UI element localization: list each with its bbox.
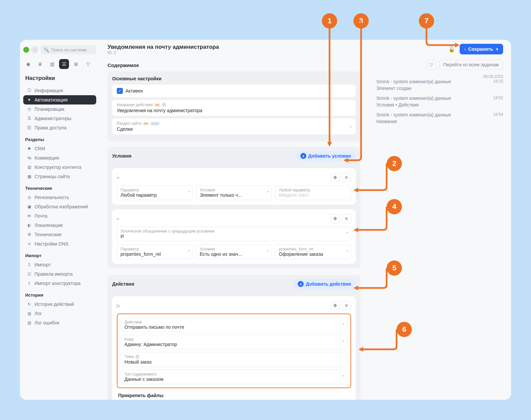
- sidebar-item[interactable]: ▤Лог: [23, 309, 96, 318]
- to-select[interactable]: Кому Админу: Администратор ▾: [121, 335, 347, 349]
- log-entry: Smink - system изменил(а) данные18:52Усл…: [376, 96, 503, 107]
- close-icon[interactable]: ✕: [342, 301, 351, 310]
- sidebar-item[interactable]: ☑Правила импорта: [23, 269, 96, 279]
- condition-select[interactable]: Условие Элемент только ч... ▾: [196, 185, 272, 200]
- sidebar-item[interactable]: ▤Лог ошибок: [23, 318, 96, 327]
- svg-marker-3: [353, 188, 358, 192]
- sidebar-item[interactable]: 🛍Коммерция: [23, 153, 96, 163]
- sidebar-item[interactable]: ⇩Импорт конструктора: [23, 279, 96, 288]
- logic-select[interactable]: Логическое объединение с предыдущим усло…: [117, 227, 351, 241]
- svg-marker-4: [353, 228, 358, 232]
- plus-icon: +: [496, 46, 498, 52]
- sidebar-item[interactable]: ☰Администраторы: [23, 114, 96, 123]
- move-icon[interactable]: ✥: [331, 214, 340, 223]
- step-icon: ⌐: [117, 175, 119, 180]
- go-tasks-button[interactable]: Перейти ко всем задачам: [439, 60, 503, 70]
- sidebar-item[interactable]: ✱CRM: [23, 144, 96, 153]
- log-entry: 08.09.2023Smink - system изменил(а) данн…: [376, 74, 503, 91]
- add-action-button[interactable]: + Добавить действие: [293, 279, 356, 289]
- sidebar-item[interactable]: ▣Обработка изображений: [23, 202, 96, 211]
- param-select[interactable]: Параметр Любой параметр ▾: [117, 185, 193, 200]
- nav-icon-5[interactable]: ⊞: [71, 59, 81, 69]
- sidebar-item[interactable]: ≡Настройки DNS: [23, 239, 96, 248]
- any-param-input[interactable]: Любой параметр: [275, 185, 351, 200]
- close-icon[interactable]: ✕: [342, 214, 351, 223]
- nav-icon-2[interactable]: 🖥: [35, 59, 45, 69]
- name-field[interactable]: Название действия ••• ? Уведомления на п…: [112, 100, 356, 116]
- callout-1: 1: [322, 13, 337, 29]
- sidebar-item[interactable]: ↧Импорт: [23, 260, 96, 269]
- subject-field[interactable]: Тема ? Новый заказ: [121, 352, 347, 367]
- search-input[interactable]: 🔍 Поиск по системе: [40, 45, 96, 54]
- sidebar-item[interactable]: ⚙Технические: [23, 230, 96, 239]
- close-icon[interactable]: ✕: [342, 173, 351, 182]
- move-icon[interactable]: ✥: [331, 301, 340, 310]
- chevron-left-icon: ‹: [464, 47, 466, 51]
- attach-files-label: Прикрепить файлы: [117, 388, 351, 398]
- content-title: Содержимое: [108, 62, 360, 68]
- action-type-select[interactable]: Действие Отправить письмо по почте ▾: [121, 317, 347, 332]
- page-sub: ID: 2: [108, 50, 219, 55]
- logo: [23, 47, 29, 53]
- svg-marker-1: [343, 158, 348, 163]
- basic-title: Основные настройки: [112, 76, 356, 81]
- sidebar-item[interactable]: ▦Страницы сайта: [23, 172, 96, 181]
- sidebar-item[interactable]: ▤Конструктор контента: [23, 163, 96, 172]
- nav-icon-1[interactable]: ◉: [23, 59, 33, 69]
- nav-icon-6[interactable]: ▽: [83, 59, 93, 69]
- sidebar-item[interactable]: ⓘИнформация: [23, 86, 96, 95]
- section-field[interactable]: Раздел сайта ••• ⟋⟋ Сделки ▾: [112, 118, 356, 134]
- basic-settings-card: Основные настройки ✓ Активен Название де…: [108, 71, 360, 142]
- conditions-title: Условия: [112, 153, 131, 159]
- sidebar-item[interactable]: ⚿Права доступа: [23, 123, 96, 132]
- condition-select[interactable]: Условие Есть одно из знач... ▾: [196, 245, 272, 259]
- value-select[interactable]: properties_form_rel Оформление заказа ▾: [275, 245, 351, 259]
- nav-icon-3[interactable]: ▥: [47, 59, 57, 69]
- svg-marker-5: [353, 286, 358, 290]
- move-icon[interactable]: ✥: [331, 173, 340, 182]
- sidebar-item[interactable]: ◷Планировщик: [23, 105, 96, 114]
- callout-7: 7: [419, 13, 434, 29]
- param-select[interactable]: Параметр properties_form_rel ▾: [117, 245, 193, 259]
- content-type-select[interactable]: Тип содержимого Данные с заказом ▾: [121, 370, 347, 384]
- sidebar-item[interactable]: ✦Автоматизация: [23, 95, 96, 105]
- page-title: Уведомления на почту администратора: [108, 44, 219, 50]
- save-button[interactable]: ‹ Сохранить +: [460, 44, 503, 54]
- actions-title: Действия: [112, 281, 134, 287]
- save-label: Сохранить: [468, 46, 493, 52]
- back-icon[interactable]: ‹: [31, 46, 38, 53]
- search-placeholder: Поиск по системе: [51, 47, 87, 52]
- nav-icon-4[interactable]: ☰: [59, 59, 69, 69]
- sidebar-title: Настройки: [23, 75, 96, 82]
- check-icon: ✓: [117, 88, 123, 94]
- sidebar-item[interactable]: ◐Локализация: [23, 221, 96, 230]
- filter-icon[interactable]: ▽: [426, 60, 436, 70]
- log-entry: Smink - system изменил(а) данные18:54Наз…: [376, 112, 503, 124]
- svg-marker-6: [358, 347, 363, 352]
- sidebar-item[interactable]: ✉Почта: [23, 211, 96, 221]
- play-icon: ▷: [117, 303, 120, 308]
- svg-marker-2: [455, 43, 460, 47]
- sidebar-item[interactable]: ↻История действий: [23, 300, 96, 309]
- sidebar-item[interactable]: ◎Региональность: [23, 193, 96, 202]
- active-checkbox[interactable]: ✓ Активен: [112, 85, 356, 97]
- step-icon: ⌐: [117, 216, 119, 221]
